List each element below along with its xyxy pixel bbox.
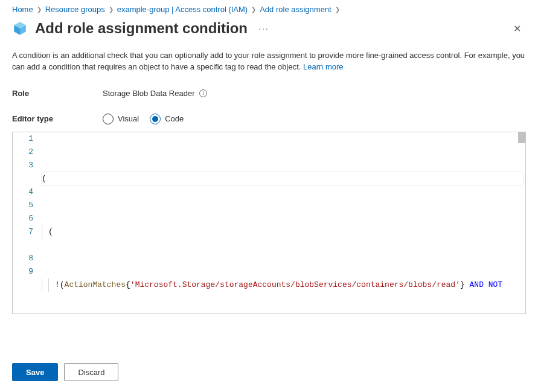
line-number: 2 [13, 146, 33, 159]
line-number [13, 172, 33, 185]
cube-icon [12, 21, 28, 36]
breadcrumb-add-role-assignment[interactable]: Add role assignment [260, 5, 331, 14]
chevron-right-icon: ❯ [335, 6, 340, 13]
role-value: Storage Blob Data Reader [103, 89, 194, 98]
close-icon[interactable]: ✕ [508, 21, 526, 37]
code-line: !(ActionMatches{'Microsoft.Storage/stora… [42, 278, 523, 292]
radio-visual-label: Visual [118, 114, 139, 123]
radio-code-label: Code [165, 114, 184, 123]
action-bar: Save Discard [12, 363, 118, 381]
role-row: Role Storage Blob Data Reader i [12, 89, 526, 98]
breadcrumb-example-group-iam[interactable]: example-group | Access control (IAM) [117, 5, 248, 14]
editor-type-label: Editor type [12, 114, 103, 123]
line-number [13, 239, 33, 252]
chevron-right-icon: ❯ [109, 6, 114, 13]
discard-button[interactable]: Discard [64, 363, 118, 381]
page-header: Add role assignment condition ··· ✕ [12, 20, 526, 37]
radio-code[interactable]: Code [150, 114, 184, 124]
line-number: 5 [13, 199, 33, 212]
info-icon[interactable]: i [199, 89, 207, 97]
line-number: 4 [13, 185, 33, 199]
code-text: ( [42, 172, 523, 185]
breadcrumb-resource-groups[interactable]: Resource groups [45, 5, 105, 14]
radio-code-input[interactable] [150, 114, 161, 124]
code-editor[interactable]: 1 2 3 4 5 6 7 8 9 ( ( !(ActionMatches{'M… [12, 132, 526, 314]
code-area[interactable]: ( ( !(ActionMatches{'Microsoft.Storage/s… [42, 132, 525, 313]
learn-more-link[interactable]: Learn more [303, 62, 343, 71]
code-line: ( [42, 172, 523, 185]
chevron-right-icon: ❯ [251, 6, 256, 13]
role-label: Role [12, 89, 103, 98]
line-number: 6 [13, 212, 33, 225]
code-text: ( [48, 225, 523, 239]
line-number: 7 [13, 225, 33, 239]
code-text: !(ActionMatches{'Microsoft.Storage/stora… [55, 278, 523, 292]
line-number: 1 [13, 132, 33, 146]
page-title: Add role assignment condition [35, 20, 248, 37]
chevron-right-icon: ❯ [37, 6, 42, 13]
radio-visual-input[interactable] [103, 114, 114, 124]
breadcrumb: Home ❯ Resource groups ❯ example-group |… [12, 5, 526, 14]
description-body: A condition is an additional check that … [12, 51, 525, 71]
line-number: 3 [13, 159, 33, 172]
code-gutter: 1 2 3 4 5 6 7 8 9 [13, 132, 42, 313]
code-line: ( [42, 225, 523, 239]
line-number: 8 [13, 252, 33, 265]
save-button[interactable]: Save [12, 363, 58, 381]
scrollbar-thumb[interactable] [518, 132, 525, 143]
line-number: 9 [13, 265, 33, 278]
radio-visual[interactable]: Visual [103, 114, 139, 124]
breadcrumb-home[interactable]: Home [12, 5, 33, 14]
description-text: A condition is an additional check that … [12, 50, 525, 73]
more-menu-icon[interactable]: ··· [258, 24, 269, 33]
editor-type-row: Editor type Visual Code [12, 114, 526, 124]
